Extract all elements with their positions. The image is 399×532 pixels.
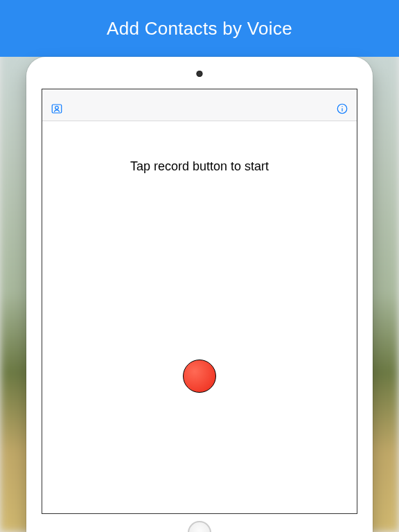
app-screen: Tap record button to start — [42, 89, 357, 514]
main-content: Tap record button to start — [42, 121, 357, 513]
home-button[interactable] — [188, 521, 211, 532]
record-button[interactable] — [183, 360, 216, 393]
toolbar — [42, 96, 357, 121]
promo-screenshot: Add Contacts by Voice — [0, 0, 399, 532]
status-bar — [42, 89, 357, 96]
svg-point-4 — [342, 105, 342, 106]
device-camera — [197, 71, 203, 77]
banner: Add Contacts by Voice — [0, 0, 399, 57]
info-icon[interactable] — [335, 101, 350, 116]
instruction-text: Tap record button to start — [42, 159, 357, 174]
banner-title: Add Contacts by Voice — [107, 18, 292, 39]
ipad-frame: Tap record button to start — [26, 57, 373, 532]
contact-card-icon[interactable] — [49, 101, 64, 116]
svg-point-1 — [55, 106, 59, 109]
